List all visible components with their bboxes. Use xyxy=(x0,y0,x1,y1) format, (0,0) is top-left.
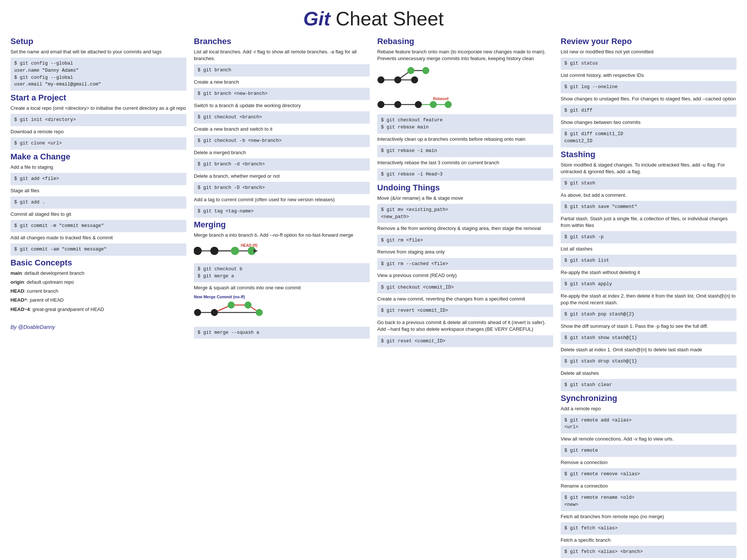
undoing-desc5: Create a new commit, reverting the chang… xyxy=(377,296,553,302)
title-bar: Git Cheat Sheet xyxy=(9,7,738,30)
rebasing-code1: $ git checkout feature $ git rebase main xyxy=(377,114,553,134)
sync-code3: $ git remote remove <alias> xyxy=(561,468,737,480)
sync-code1: $ git remote add <alias> <url> xyxy=(561,414,737,434)
rebase-after-diagram: Rebased xyxy=(377,90,553,111)
branches-section: Branches List all local branches. Add -r… xyxy=(194,37,370,218)
svg-point-33 xyxy=(445,101,452,108)
sync-title: Synchronizing xyxy=(561,393,737,403)
sync-desc2: View all remote connections. Add -v flag… xyxy=(561,436,737,442)
svg-point-2 xyxy=(211,247,218,255)
stashing-section: Stashing Store modified & staged changes… xyxy=(561,150,737,391)
branches-title: Branches xyxy=(194,37,370,46)
setup-code: $ git config --global user.name "Danny A… xyxy=(10,57,186,91)
basic-line3: HEAD: current branch xyxy=(10,288,186,295)
stashing-desc8: Delete stash at index 1. Omit stash@{n} … xyxy=(561,346,737,353)
svg-point-1 xyxy=(194,247,201,255)
branches-desc6: Delete a branch, whether merged or not xyxy=(194,173,370,180)
change-title: Make a Change xyxy=(10,152,186,162)
stashing-code2: $ git stash save "comment" xyxy=(561,201,737,213)
stashing-desc1: Store modified & staged changes. To incl… xyxy=(561,162,737,175)
undoing-code4: $ git checkout <commit_ID> xyxy=(377,281,553,294)
branches-code6: $ git branch -D <branch> xyxy=(194,182,370,194)
svg-point-24 xyxy=(407,67,414,74)
setup-title: Setup xyxy=(10,37,186,46)
undoing-desc2: Remove a file from working directory & s… xyxy=(377,225,553,232)
sync-code6: $ git fetch <alias> <branch> xyxy=(561,546,737,558)
rebasing-title: Rebasing xyxy=(377,37,553,46)
start-desc2: Download a remote repo xyxy=(10,128,186,135)
start-title: Start a Project xyxy=(10,93,186,103)
sync-desc1: Add a remote repo xyxy=(561,405,737,412)
rebase-before-svg xyxy=(377,65,452,85)
undoing-desc1: Move (&/or rename) a file & stage move xyxy=(377,195,553,202)
noff-merge-diagram: New Merge Commit (no-ff) xyxy=(194,295,370,324)
setup-desc: Set the name and email that will be atta… xyxy=(10,49,186,55)
rebasing-desc3: Interactively rebase the last 3 commits … xyxy=(377,159,553,166)
review-code2: $ git log --oneline xyxy=(561,81,737,93)
stashing-desc5: Re-apply the stash without deleting it xyxy=(561,269,737,276)
basic-line5: HEAD~4: great-great grandparent of HEAD xyxy=(10,306,186,313)
stashing-code3: $ git stash -p xyxy=(561,231,737,243)
start-section: Start a Project Create a local repo (omi… xyxy=(10,93,186,150)
svg-point-4 xyxy=(231,247,239,255)
branches-desc2: Create a new branch xyxy=(194,79,370,85)
stashing-code8: $ git stash drop stash@{1} xyxy=(561,355,737,368)
svg-point-13 xyxy=(194,309,201,316)
sync-code5: $ git fetch <alias> xyxy=(561,522,737,535)
undoing-title: Undoing Things xyxy=(377,183,553,193)
basic-section: Basic Concepts main: default development… xyxy=(10,258,186,313)
stashing-desc7: Show the diff summary of stash 1. Pass t… xyxy=(561,323,737,330)
undoing-code1: $ git mv <existing_path> <new_path> xyxy=(377,204,553,223)
svg-text:Rebased: Rebased xyxy=(433,97,449,101)
start-desc1: Create a local repo (omit <directory> to… xyxy=(10,105,186,112)
main-columns: Setup Set the name and email that will b… xyxy=(9,37,738,560)
stashing-code7: $ git stash show stash@{1} xyxy=(561,332,737,344)
stashing-desc4: List all stashes xyxy=(561,246,737,252)
branches-code2: $ git branch <new-branch> xyxy=(194,88,370,100)
review-code3: $ git diff xyxy=(561,105,737,117)
review-desc2: List commit history, with respective IDs xyxy=(561,72,737,79)
stashing-code4: $ git stash list xyxy=(561,255,737,267)
ff-merge-diagram: HEAD (ff) xyxy=(194,242,370,260)
undoing-desc4: View a previous commit (READ only) xyxy=(377,272,553,279)
stashing-desc2: As above, but add a comment. xyxy=(561,192,737,199)
title-git: Git xyxy=(303,8,330,29)
basic-line1: main: default development branch xyxy=(10,270,186,277)
change-desc1: Add a file to staging xyxy=(10,164,186,171)
attribution: By @DoableDanny xyxy=(10,324,186,330)
branches-code1: $ git branch xyxy=(194,64,370,77)
noff-label: New Merge Commit (no-ff) xyxy=(194,295,370,299)
sync-code2: $ git remote xyxy=(561,445,737,457)
svg-point-29 xyxy=(378,101,384,108)
svg-point-31 xyxy=(415,101,422,108)
svg-text:HEAD (ff): HEAD (ff) xyxy=(241,243,257,248)
review-desc1: List new or modified files not yet commi… xyxy=(561,49,737,55)
stashing-code1: $ git stash xyxy=(561,177,737,190)
undoing-code6: $ git reset <commit_ID> xyxy=(377,335,553,348)
svg-point-30 xyxy=(394,101,401,108)
undoing-code3: $ git rm --cached <file> xyxy=(377,258,553,270)
sync-code4: $ git remote rename <old> <new> xyxy=(561,492,737,511)
branches-code4: $ git checkout -b <new-branch> xyxy=(194,135,370,147)
column-1: Setup Set the name and email that will b… xyxy=(9,37,188,330)
stashing-desc3: Partial stash. Stash just a single file,… xyxy=(561,215,737,229)
basic-line2: origin: default upstream repo xyxy=(10,279,186,286)
rebasing-code3: $ git rebase -i Head~3 xyxy=(377,168,553,181)
merging-code2: $ git merge --squash a xyxy=(194,327,370,339)
branches-desc1: List all local branches. Add -r flag to … xyxy=(194,49,370,62)
svg-point-16 xyxy=(245,302,251,308)
start-code1: $ git init <directory> xyxy=(10,114,186,126)
merging-desc2: Merge & squash all commits into one new … xyxy=(194,284,370,291)
svg-point-22 xyxy=(394,77,401,83)
stashing-title: Stashing xyxy=(561,150,737,159)
review-desc4: Show changes between two commits xyxy=(561,119,737,126)
setup-section: Setup Set the name and email that will b… xyxy=(10,37,186,91)
review-title: Review your Repo xyxy=(561,37,737,46)
change-desc3: Commit all staged files to git xyxy=(10,211,186,218)
review-code4: $ git diff commit1_ID commit2_ID xyxy=(561,128,737,147)
change-section: Make a Change Add a file to staging $ gi… xyxy=(10,152,186,256)
undoing-section: Undoing Things Move (&/or rename) a file… xyxy=(377,183,553,348)
sync-section: Synchronizing Add a remote repo $ git re… xyxy=(561,393,737,560)
ff-diagram-svg: HEAD (ff) xyxy=(194,242,272,260)
undoing-code2: $ git rm <file> xyxy=(377,234,553,247)
